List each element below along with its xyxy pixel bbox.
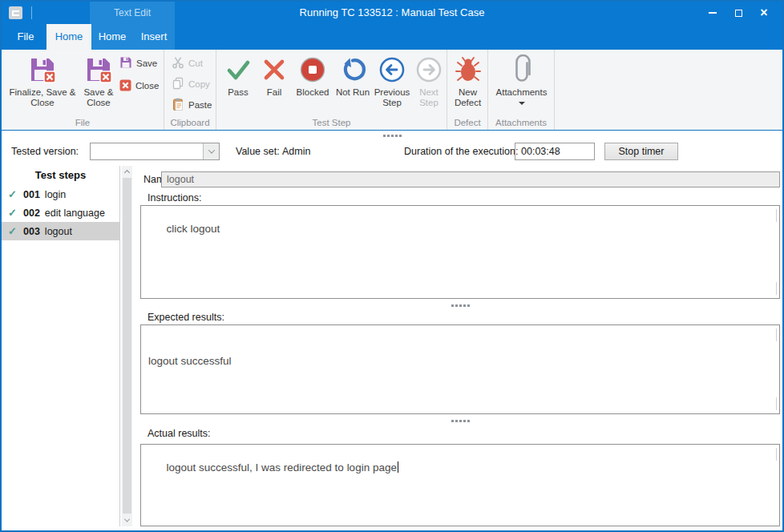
tab-contextual-home[interactable]: Home bbox=[91, 24, 133, 50]
previous-arrow-icon bbox=[378, 52, 406, 87]
scroll-up-icon[interactable] bbox=[122, 167, 132, 178]
fail-x-icon bbox=[261, 52, 287, 87]
next-step-button: Next Step bbox=[412, 51, 446, 115]
save-and-close-button[interactable]: Save & Close bbox=[79, 51, 118, 115]
attachments-button[interactable]: Attachments bbox=[491, 51, 552, 115]
paste-label: Paste bbox=[188, 100, 212, 110]
paste-button[interactable]: Paste bbox=[172, 97, 212, 113]
maximize-icon bbox=[735, 10, 742, 17]
combobox-dropdown-button[interactable] bbox=[203, 143, 219, 159]
actual-results-text: logout successful, I was redirected to l… bbox=[167, 461, 397, 474]
app-icon[interactable] bbox=[9, 6, 22, 19]
step-passed-check-icon: ✓ bbox=[8, 207, 18, 219]
contextual-tab-group-title: Text Edit bbox=[114, 7, 151, 18]
scrollbar-thumb[interactable] bbox=[123, 178, 131, 514]
title-bar: Text Edit Running TC 133512 : Manual Tes… bbox=[2, 2, 782, 24]
fail-label: Fail bbox=[267, 87, 282, 98]
maximize-button[interactable] bbox=[729, 6, 747, 20]
tab-home[interactable]: Home bbox=[46, 24, 91, 50]
fail-button[interactable]: Fail bbox=[257, 51, 292, 115]
save-close-icon bbox=[28, 52, 57, 87]
ribbon-tab-row: File Home Home Insert bbox=[2, 24, 782, 50]
test-steps-panel: Test steps ✓ 001 login ✓ 002 edit langua… bbox=[2, 166, 132, 526]
minimize-icon bbox=[709, 12, 717, 14]
next-step-label: Next Step bbox=[412, 87, 446, 108]
pass-check-icon bbox=[224, 52, 252, 87]
expected-splitter-handle[interactable] bbox=[140, 417, 780, 424]
not-run-button[interactable]: Not Run bbox=[333, 51, 372, 115]
ribbon-group-defect: New Defect Defect bbox=[447, 50, 488, 130]
step-number: 003 bbox=[23, 226, 40, 237]
save-label: Save bbox=[136, 58, 157, 68]
window-title: Running TC 133512 : Manual Test Case bbox=[300, 2, 485, 24]
expected-results-text: logout successful bbox=[148, 355, 232, 367]
save-and-close-label: Save & Close bbox=[79, 87, 118, 108]
blocked-button[interactable]: Blocked bbox=[292, 51, 333, 115]
scroll-up-icon[interactable] bbox=[776, 209, 777, 222]
scroll-down-icon[interactable] bbox=[776, 282, 777, 295]
previous-step-button[interactable]: Previous Step bbox=[372, 51, 412, 115]
actual-results-textarea[interactable]: logout successful, I was redirected to l… bbox=[140, 444, 780, 526]
test-step-row-002[interactable]: ✓ 002 edit language bbox=[2, 204, 119, 222]
attachments-dropdown-icon[interactable] bbox=[519, 102, 525, 105]
finalize-save-close-label: Finalize, Save & Close bbox=[6, 87, 79, 108]
stop-timer-button[interactable]: Stop timer bbox=[604, 143, 678, 160]
cut-label: Cut bbox=[188, 58, 203, 68]
test-step-group-label: Test Step bbox=[216, 118, 447, 127]
ribbon-group-file: Finalize, Save & Close Save & Close bbox=[2, 50, 164, 130]
close-ribbon-button[interactable]: Close bbox=[119, 78, 159, 94]
ribbon-splitter-handle[interactable] bbox=[2, 132, 782, 139]
not-run-undo-icon bbox=[339, 52, 366, 87]
next-arrow-icon bbox=[415, 52, 443, 87]
ribbon-group-test-step: Pass Fail Blocked bbox=[216, 50, 447, 130]
finalize-save-close-button[interactable]: Finalize, Save & Close bbox=[6, 51, 79, 115]
tested-version-label: Tested version: bbox=[11, 146, 79, 157]
duration-input[interactable]: 00:03:48 bbox=[515, 143, 595, 160]
close-label: Close bbox=[135, 81, 159, 91]
step-label: logout bbox=[45, 226, 72, 237]
chevron-down-icon bbox=[208, 147, 214, 153]
new-defect-button[interactable]: New Defect bbox=[449, 51, 487, 115]
tested-version-combobox[interactable] bbox=[90, 143, 220, 160]
scroll-up-icon[interactable] bbox=[776, 328, 777, 341]
tab-file[interactable]: File bbox=[8, 24, 43, 50]
expected-results-textarea[interactable]: logout successful bbox=[140, 324, 780, 414]
cut-button: Cut bbox=[172, 55, 203, 71]
file-group-label: File bbox=[2, 118, 164, 127]
ribbon-group-attachments: Attachments Attachments bbox=[488, 50, 555, 130]
duration-label: Duration of the execution: bbox=[404, 146, 518, 157]
minimize-button[interactable] bbox=[704, 6, 721, 20]
test-steps-header: Test steps bbox=[2, 166, 119, 185]
not-run-label: Not Run bbox=[336, 87, 370, 98]
test-step-row-001[interactable]: ✓ 001 login bbox=[2, 185, 119, 204]
bug-icon bbox=[455, 52, 481, 87]
close-button[interactable]: × bbox=[755, 6, 773, 20]
instructions-textarea[interactable]: click logout bbox=[140, 205, 780, 299]
scissors-icon bbox=[172, 56, 184, 71]
test-step-row-003[interactable]: ✓ 003 logout bbox=[2, 222, 119, 240]
window-controls: × bbox=[704, 2, 773, 24]
ribbon: Finalize, Save & Close Save & Close bbox=[2, 50, 782, 131]
step-passed-check-icon: ✓ bbox=[8, 188, 18, 200]
scroll-down-icon[interactable] bbox=[776, 397, 777, 410]
save-button[interactable]: Save bbox=[119, 55, 157, 71]
previous-step-label: Previous Step bbox=[372, 87, 412, 108]
new-defect-label: New Defect bbox=[449, 87, 487, 108]
blocked-stop-icon bbox=[299, 52, 326, 87]
test-steps-scrollbar[interactable] bbox=[122, 166, 132, 526]
scroll-up-icon[interactable] bbox=[776, 448, 777, 461]
name-input[interactable]: logout bbox=[161, 171, 780, 187]
app-window: Text Edit Running TC 133512 : Manual Tes… bbox=[0, 0, 784, 532]
copy-pages-icon bbox=[172, 77, 184, 91]
pass-button[interactable]: Pass bbox=[220, 51, 257, 115]
instructions-splitter-handle[interactable] bbox=[140, 302, 780, 308]
step-number: 002 bbox=[23, 208, 40, 219]
attachments-label: Attachments bbox=[496, 87, 548, 98]
close-x-icon bbox=[119, 79, 131, 93]
quick-access-separator bbox=[31, 6, 32, 19]
expected-results-label: Expected results: bbox=[148, 312, 224, 323]
pass-label: Pass bbox=[228, 87, 249, 98]
tab-contextual-insert[interactable]: Insert bbox=[133, 24, 175, 50]
step-label: login bbox=[45, 189, 66, 200]
scroll-down-icon[interactable] bbox=[122, 514, 132, 526]
